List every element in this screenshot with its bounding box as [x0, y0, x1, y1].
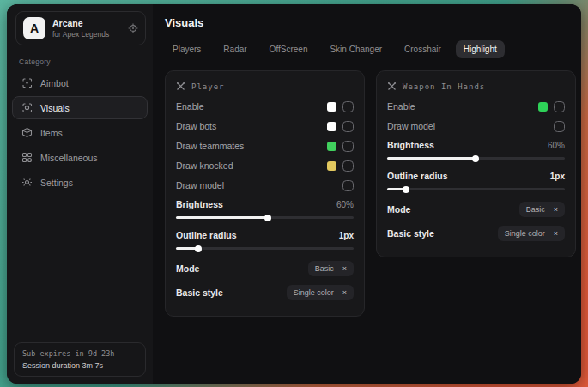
tab-highlight[interactable]: Highlight — [456, 40, 505, 58]
setting-label: Draw bots — [176, 121, 216, 131]
remove-tag-icon[interactable]: × — [342, 288, 347, 297]
sidebar-item-items[interactable]: Items — [12, 121, 148, 144]
tag-row-mode: ModeBasic× — [176, 261, 354, 276]
setting-label: Enable — [176, 101, 204, 112]
tab-radar[interactable]: Radar — [215, 40, 254, 58]
selected-option-tag[interactable]: Basic× — [519, 202, 565, 217]
slider-fill[interactable] — [176, 216, 269, 219]
slider-row-brightness: Brightness60% — [387, 140, 565, 160]
slider-row-outline-radius: Outline radius1px — [387, 171, 565, 190]
slider-track[interactable] — [387, 188, 565, 190]
sidebar-item-visuals[interactable]: Visuals — [12, 96, 148, 119]
tag-text: Basic — [315, 264, 334, 273]
tag-row-basic-style: Basic styleSingle color× — [176, 285, 354, 300]
selected-option-tag[interactable]: Single color× — [287, 285, 354, 300]
setting-label: Draw teammates — [176, 141, 244, 151]
toggle-controls — [327, 121, 354, 132]
slider-value: 60% — [548, 141, 565, 150]
remove-tag-icon[interactable]: × — [554, 205, 558, 214]
checkbox[interactable] — [554, 101, 565, 112]
sidebar-item-label: Visuals — [40, 103, 70, 113]
slider-value: 1px — [339, 231, 354, 240]
crosshair-icon — [21, 77, 33, 88]
checkbox[interactable] — [342, 101, 354, 112]
setting-row-draw-model: Draw model — [176, 179, 354, 191]
slider-track[interactable] — [387, 157, 565, 160]
slider-value: 1px — [550, 172, 565, 181]
tag-text: Single color — [505, 229, 545, 238]
sidebar-nav: AimbotVisualsItemsMiscellaneousSettings — [7, 71, 153, 194]
slider-track[interactable] — [176, 247, 354, 250]
panel-header: Weapon In Hands — [387, 82, 565, 91]
app-logo: A — [23, 17, 45, 39]
category-label: Category — [19, 57, 153, 66]
checkbox[interactable] — [342, 160, 354, 172]
tag-row-label: Basic style — [176, 287, 223, 298]
color-swatch[interactable] — [327, 161, 336, 171]
brand-text: Arcane for Apex Legends — [52, 18, 109, 39]
color-swatch[interactable] — [327, 102, 336, 112]
slider-header: Brightness60% — [387, 140, 565, 150]
toggle-controls — [327, 141, 354, 152]
app-window: A Arcane for Apex Legends Category Aimbo… — [7, 4, 581, 384]
tag-row-mode: ModeBasic× — [387, 202, 565, 217]
setting-label: Draw knocked — [176, 160, 233, 171]
sidebar-item-miscellaneous[interactable]: Miscellaneous — [12, 146, 148, 169]
slider-label: Brightness — [176, 199, 223, 209]
tag-row-basic-style: Basic styleSingle color× — [387, 226, 565, 241]
checkbox[interactable] — [342, 141, 354, 152]
checkbox[interactable] — [342, 180, 354, 191]
slider-header: Brightness60% — [176, 199, 354, 209]
slider-header: Outline radius1px — [176, 230, 354, 240]
color-swatch[interactable] — [327, 142, 336, 151]
tab-skin-changer[interactable]: Skin Changer — [322, 40, 390, 58]
sidebar: A Arcane for Apex Legends Category Aimbo… — [7, 4, 153, 384]
checkbox[interactable] — [342, 121, 354, 132]
toggle-controls — [327, 160, 354, 172]
checkbox[interactable] — [554, 121, 565, 132]
setting-row-draw-teammates: Draw teammates — [176, 140, 354, 152]
sidebar-item-settings[interactable]: Settings — [12, 171, 148, 194]
setting-row-draw-knocked: Draw knocked — [176, 160, 354, 172]
tools-icon — [387, 82, 397, 91]
tab-players[interactable]: Players — [165, 40, 209, 58]
toggle-controls — [554, 121, 565, 132]
sidebar-item-aimbot[interactable]: Aimbot — [12, 71, 148, 94]
slider-label: Brightness — [387, 140, 434, 150]
panels-container: PlayerEnableDraw botsDraw teammatesDraw … — [165, 70, 576, 317]
slider-track[interactable] — [176, 216, 354, 219]
tab-offscreen[interactable]: OffScreen — [262, 40, 316, 58]
app-subtitle: for Apex Legends — [52, 30, 109, 39]
sidebar-item-label: Settings — [40, 178, 73, 188]
setting-label: Draw model — [387, 121, 435, 131]
app-name: Arcane — [52, 18, 109, 28]
tab-crosshair[interactable]: Crosshair — [397, 40, 449, 58]
slider-fill[interactable] — [176, 247, 199, 250]
slider-fill[interactable] — [387, 157, 476, 160]
target-icon[interactable] — [128, 23, 138, 33]
session-duration-text: Session duration 3m 7s — [22, 361, 137, 370]
setting-row-enable: Enable — [387, 100, 565, 112]
remove-tag-icon[interactable]: × — [554, 229, 558, 238]
panel-player: PlayerEnableDraw botsDraw teammatesDraw … — [165, 70, 365, 317]
eye-icon — [21, 102, 33, 113]
slider-fill[interactable] — [387, 188, 407, 190]
color-swatch[interactable] — [327, 122, 336, 131]
tag-row-label: Mode — [387, 204, 410, 215]
toggle-controls — [538, 101, 565, 112]
slider-label: Outline radius — [387, 171, 448, 181]
color-swatch[interactable] — [538, 102, 548, 112]
selected-option-tag[interactable]: Single color× — [498, 226, 565, 241]
selected-option-tag[interactable]: Basic× — [308, 261, 354, 276]
sidebar-item-label: Miscellaneous — [40, 153, 98, 163]
brand-card: A Arcane for Apex Legends — [15, 11, 146, 45]
panel-weapon-in-hands: Weapon In HandsEnableDraw modelBrightnes… — [376, 70, 576, 257]
setting-label: Draw model — [176, 180, 224, 190]
subscription-card: Sub expires in 9d 23h Session duration 3… — [14, 342, 146, 377]
remove-tag-icon[interactable]: × — [342, 264, 347, 273]
sidebar-item-label: Aimbot — [40, 78, 69, 88]
slider-header: Outline radius1px — [387, 171, 565, 181]
toggle-controls — [327, 101, 354, 112]
tools-icon — [176, 82, 185, 91]
sidebar-item-label: Items — [40, 128, 63, 138]
